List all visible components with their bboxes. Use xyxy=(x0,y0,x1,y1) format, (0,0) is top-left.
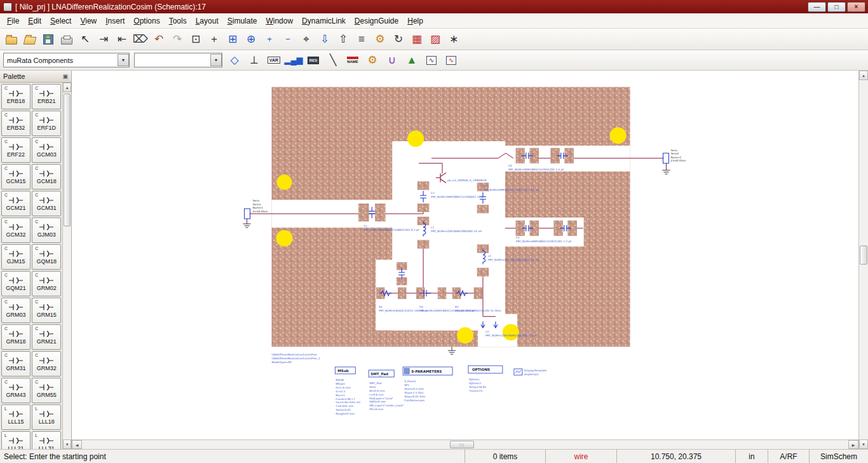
term2-symbol[interactable] xyxy=(663,153,668,163)
wire-tool-icon[interactable]: ╲ xyxy=(325,53,341,68)
menu-item[interactable]: Help xyxy=(403,15,428,27)
menu-item[interactable]: Simulate xyxy=(223,15,262,27)
close-button[interactable]: × xyxy=(847,2,865,12)
palette-component-button[interactable]: C GCM03 xyxy=(32,137,61,163)
menu-item[interactable]: DynamicLink xyxy=(297,15,350,27)
palette-component-button[interactable]: C ERF22 xyxy=(1,137,31,163)
palette-component-button[interactable]: C GRM15 xyxy=(32,298,61,323)
menu-item[interactable]: Edit xyxy=(24,15,46,27)
component-label[interactable]: C1 xyxy=(363,225,367,228)
status-units[interactable]: in xyxy=(735,450,768,463)
palette-component-button[interactable]: C GCM21 xyxy=(1,191,31,216)
component-label[interactable]: L1 xyxy=(431,226,434,229)
menu-item[interactable]: View xyxy=(76,15,101,27)
component-label[interactable]: PRT_NUM=GRM1885C1H5R6CZ01 5.6 pF xyxy=(483,188,539,191)
component-label[interactable]: PRT_NUM=GRM1885C1H1R5CZ01 1.5 pF xyxy=(508,168,564,171)
term2-label[interactable]: Term2 xyxy=(670,152,679,155)
component-label[interactable]: pb_xst_060046_X_19960628 xyxy=(447,179,487,183)
scroll-up-icon[interactable]: ▲ xyxy=(859,71,868,80)
canvas-hscrollbar[interactable]: ◀ ||| ▶ xyxy=(72,439,858,449)
options-block[interactable]: OPTIONS Options Options1 Temp=16.85 Tnom… xyxy=(468,366,503,392)
sparams-block[interactable]: S-PARAMETERS S_Param SP1 Start=0.5 GHz S… xyxy=(403,367,452,402)
palette-component-button[interactable]: C GRM43 xyxy=(1,378,31,403)
delete-icon[interactable]: ⌦ xyxy=(132,31,149,48)
status-mode[interactable]: A/RF xyxy=(768,450,809,463)
schematic-canvas[interactable]: Term Term1 Num=1 Z=50 Ohm Term Term2 Num… xyxy=(72,71,858,439)
msub-block[interactable]: MSub MSUB MSub1 H=1.6 mm Er=4.5 Mur=1 Co… xyxy=(335,367,360,415)
component-label[interactable]: PRT_NUM=LQW18AN18NG00D 18 nH xyxy=(488,258,539,261)
plot-red-icon[interactable]: ∿ xyxy=(444,53,459,68)
via[interactable] xyxy=(276,230,292,247)
palette-component-button[interactable]: C ERB32 xyxy=(1,111,31,136)
histogram-icon[interactable]: ▂▄▆ xyxy=(286,53,301,68)
dock-pin-icon[interactable]: ▣ xyxy=(62,73,68,79)
simulate-icon[interactable]: ⇩ xyxy=(316,31,333,48)
plot-icon[interactable]: ∿ xyxy=(424,53,439,68)
zoom-in-small-icon[interactable]: + xyxy=(261,31,278,48)
via[interactable] xyxy=(457,328,473,344)
new-design-icon[interactable] xyxy=(3,31,20,48)
zoom-out-small-icon[interactable]: − xyxy=(280,31,296,48)
component-label[interactable]: R1 xyxy=(379,305,383,308)
zoom-area-icon[interactable]: ⊞ xyxy=(224,31,241,48)
display-template-block[interactable]: DisplayTemplate disptemp1 xyxy=(514,369,547,376)
canvas-vscroll-track[interactable] xyxy=(859,80,868,439)
menu-item[interactable]: Options xyxy=(129,15,164,27)
component-label[interactable]: PRT_NUM=GRM1885C1H2R2CZ01 2.2 pF xyxy=(516,240,572,243)
palette-component-button[interactable]: C GJM15 xyxy=(1,244,31,270)
component-label[interactable]: PRT_NUM=LQW18AN12NG00D 12 nH xyxy=(485,334,536,337)
ground-symbol[interactable] xyxy=(662,170,670,174)
ground-icon[interactable]: ⟂ xyxy=(247,53,262,68)
term1-label[interactable]: Z=50 Ohm xyxy=(253,210,268,213)
canvas-hscroll-thumb[interactable]: ||| xyxy=(450,441,474,448)
tree-icon[interactable]: ▲ xyxy=(404,53,419,68)
scroll-right-icon[interactable]: ▶ xyxy=(848,440,858,449)
open-design-icon[interactable] xyxy=(22,31,38,48)
palette-component-button[interactable]: C GCM32 xyxy=(1,218,31,243)
menu-item[interactable]: Window xyxy=(261,15,297,27)
component-label[interactable]: C2 xyxy=(431,191,435,195)
palette-component-button[interactable]: C ERF1D xyxy=(32,111,61,136)
palette-component-button[interactable]: C GCM15 xyxy=(1,164,31,190)
highlight-icon[interactable]: ▨ xyxy=(427,31,444,48)
save-design-icon[interactable] xyxy=(40,31,57,48)
palette-component-button[interactable]: C GRM55 xyxy=(32,378,61,403)
palette-component-button[interactable]: C GQM18 xyxy=(32,244,61,270)
status-simulator[interactable]: SimSchem xyxy=(809,450,868,463)
var-icon[interactable]: VAR xyxy=(266,53,281,68)
pointer-icon[interactable]: ↖ xyxy=(77,31,93,48)
component-label[interactable]: PRT_NUM=ERJ3GEYJ510V 51 Ohm xyxy=(455,309,501,312)
deactivate-component-icon[interactable]: ▦ xyxy=(409,31,425,48)
chevron-down-icon[interactable]: ▼ xyxy=(118,54,129,66)
component-label[interactable]: L2 xyxy=(488,254,491,258)
menu-item[interactable]: Layout xyxy=(191,15,223,27)
find-component-icon[interactable]: ∗ xyxy=(445,31,462,48)
canvas-vscroll-thumb[interactable] xyxy=(860,245,867,265)
palette-component-button[interactable]: C ERB18 xyxy=(1,84,31,109)
move-reference-icon[interactable]: ⊡ xyxy=(187,31,204,48)
palette-component-button[interactable]: C GQM21 xyxy=(1,271,31,296)
scroll-left-icon[interactable]: ◀ xyxy=(72,440,82,449)
pop-out-icon[interactable]: ⇤ xyxy=(114,31,130,48)
zoom-in-icon[interactable]: ⊕ xyxy=(243,31,259,48)
smt-pad-block[interactable]: SMT_Pad SMT_Pad Pad1 W=0.6 mm L=0.6 mm P… xyxy=(369,370,404,411)
component-label[interactable]: C4 xyxy=(508,164,512,167)
dynamiclink-icon[interactable]: ⚙ xyxy=(372,31,388,48)
component-label[interactable]: R2 xyxy=(455,305,459,308)
palette-scroll-track[interactable] xyxy=(63,92,71,439)
term2-label[interactable]: Num=2 xyxy=(670,156,681,159)
via[interactable] xyxy=(407,130,424,147)
titlebar[interactable]: [ Nilo_prj ] LNADifferenRealizationCosim… xyxy=(0,0,868,13)
name-icon[interactable]: NAME xyxy=(345,53,360,68)
palette-component-button[interactable]: C GRM21 xyxy=(32,324,61,350)
palette-component-button[interactable]: C GRM31 xyxy=(1,351,31,377)
via[interactable] xyxy=(503,324,519,341)
palette-component-button[interactable]: L LLL18 xyxy=(32,404,61,430)
menu-item[interactable]: DesignGuide xyxy=(350,15,403,27)
substrate-footprint[interactable] xyxy=(271,87,630,347)
redo-icon[interactable]: ↷ xyxy=(169,31,186,48)
ground-symbol[interactable] xyxy=(243,224,251,228)
gears-icon[interactable]: ⚙ xyxy=(365,53,380,68)
canvas-hscroll-track[interactable]: ||| xyxy=(82,440,848,449)
probe-icon[interactable]: ∪ xyxy=(384,53,400,68)
